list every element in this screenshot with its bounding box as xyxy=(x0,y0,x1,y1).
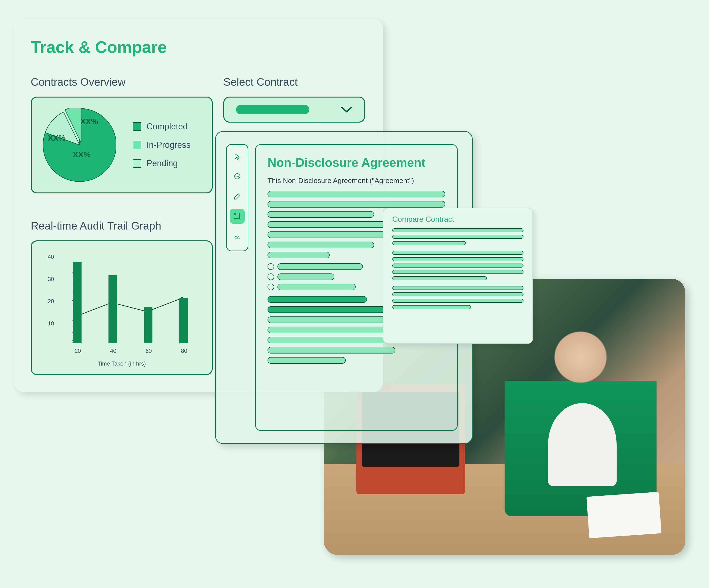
comment-tool-button[interactable] xyxy=(230,169,244,184)
document-line xyxy=(267,242,374,248)
document-line xyxy=(278,284,356,290)
compare-title: Compare Contract xyxy=(392,215,523,224)
pie-label-pending: XX% xyxy=(48,134,66,143)
overview-title: Contracts Overview xyxy=(31,76,213,88)
bullet-icon xyxy=(267,263,274,270)
page-title: Track & Compare xyxy=(31,38,366,57)
y-tick: 10 xyxy=(48,320,54,327)
select-title: Select Contract xyxy=(224,76,365,88)
chevron-down-icon xyxy=(341,106,352,113)
document-line xyxy=(267,252,330,258)
pen-tool-button[interactable] xyxy=(230,189,244,204)
legend-label-pending: Pending xyxy=(147,159,178,168)
overview-box: XX% XX% XX% Completed In-Progress xyxy=(31,96,213,193)
y-tick: 40 xyxy=(48,254,54,260)
compare-line xyxy=(392,228,523,232)
document-line xyxy=(267,357,346,364)
compare-line xyxy=(392,276,487,280)
pie-legend: Completed In-Progress Pending xyxy=(133,121,190,168)
document-line xyxy=(267,347,395,354)
y-tick: 20 xyxy=(48,298,54,305)
legend-completed: Completed xyxy=(133,121,190,132)
compare-card: Compare Contract xyxy=(383,208,533,344)
compare-line xyxy=(392,235,523,239)
document-line xyxy=(267,201,445,207)
document-line xyxy=(267,211,374,218)
legend-swatch-completed xyxy=(133,122,141,131)
y-tick: 30 xyxy=(48,276,54,282)
document-line xyxy=(267,191,445,197)
compare-line xyxy=(392,251,523,255)
chart-area xyxy=(58,253,199,343)
legend-swatch-pending xyxy=(133,159,141,168)
bar xyxy=(179,298,188,343)
graph-title: Real-time Audit Trail Graph xyxy=(31,219,213,232)
document-line-highlight xyxy=(267,296,367,303)
compare-line xyxy=(392,241,466,245)
compare-line xyxy=(392,270,523,274)
svg-rect-9 xyxy=(234,213,236,215)
document-line xyxy=(278,274,334,280)
select-value-placeholder xyxy=(236,105,309,114)
pen-icon xyxy=(233,192,241,200)
legend-inprogress: In-Progress xyxy=(133,140,190,150)
x-tick: 80 xyxy=(181,347,187,354)
sign-tool-button[interactable] xyxy=(230,229,244,244)
x-tick: 20 xyxy=(75,347,81,354)
cursor-icon xyxy=(233,153,241,161)
svg-point-5 xyxy=(236,176,236,177)
x-tick: 40 xyxy=(110,347,116,354)
bullet-icon xyxy=(267,284,274,290)
x-axis-label: Time Taken (in hrs) xyxy=(98,360,146,367)
bar xyxy=(73,262,81,343)
frame-tool-button[interactable] xyxy=(230,209,244,224)
pie-label-completed: XX% xyxy=(73,150,91,159)
x-tick: 60 xyxy=(146,347,152,354)
document-title: Non-Disclosure Agreement xyxy=(267,156,445,170)
svg-point-7 xyxy=(238,176,239,177)
document-line xyxy=(278,263,363,270)
bar xyxy=(108,275,117,343)
contract-select[interactable] xyxy=(224,96,365,122)
bullet-icon xyxy=(267,274,274,280)
cursor-tool-button[interactable] xyxy=(230,149,244,164)
svg-point-6 xyxy=(237,176,238,177)
compare-line xyxy=(392,263,523,268)
frame-icon xyxy=(233,212,241,220)
svg-rect-10 xyxy=(239,213,240,215)
pie-chart: XX% XX% XX% xyxy=(43,108,116,181)
graph-box: Number of contracts processed 40 30 20 1… xyxy=(31,241,213,375)
legend-label-completed: Completed xyxy=(147,121,188,132)
compare-line xyxy=(392,286,523,290)
compare-line xyxy=(392,257,523,261)
signature-icon xyxy=(233,232,241,240)
svg-rect-11 xyxy=(234,218,236,219)
comment-icon xyxy=(233,173,241,181)
legend-swatch-inprogress xyxy=(133,141,141,149)
document-intro-text: This Non-Disclosure Agreement ("Agreemen… xyxy=(267,177,445,185)
bar xyxy=(144,307,152,343)
pie-label-inprogress: XX% xyxy=(80,117,98,126)
svg-rect-8 xyxy=(235,214,240,219)
legend-pending: Pending xyxy=(133,159,190,168)
compare-line xyxy=(392,305,471,309)
legend-label-inprogress: In-Progress xyxy=(147,140,190,150)
compare-line xyxy=(392,292,523,296)
svg-rect-12 xyxy=(239,218,240,219)
compare-line xyxy=(392,299,523,303)
editor-toolbar xyxy=(226,144,248,251)
